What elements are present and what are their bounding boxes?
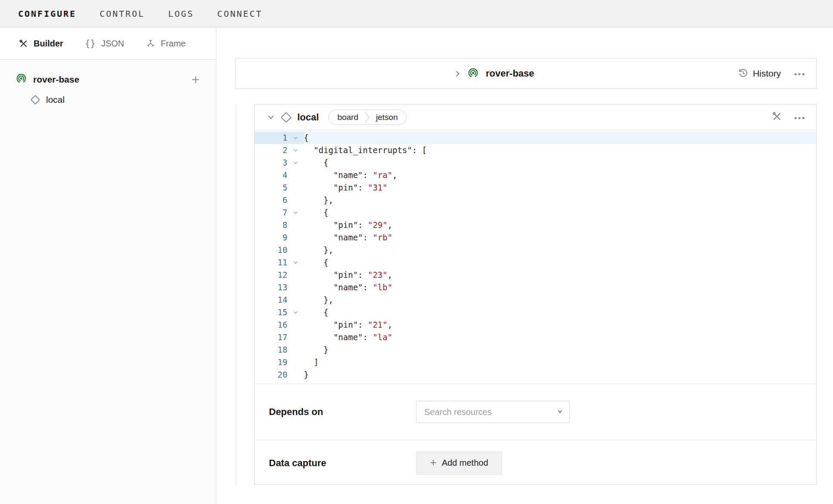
code-line-text: } [304,344,816,356]
fold-spacer [287,331,304,344]
frame-icon [146,39,155,48]
line-number: 11 [255,256,287,269]
search-resources-input[interactable] [424,407,554,417]
code-line-text: { [304,306,816,319]
tab-configure[interactable]: CONFIGURE [18,9,76,19]
tab-connect[interactable]: CONNECT [217,9,262,19]
editor-line[interactable]: 10 }, [255,244,816,256]
code-line-text: "pin": "29", [304,219,816,231]
machine-header-card: rover-base History [235,58,817,89]
history-label: History [753,68,781,79]
code-line-text: "digital_interrupts": [ [304,144,816,157]
editor-line[interactable]: 9 "name": "rb" [255,231,816,244]
chevron-down-icon[interactable] [268,114,274,119]
line-number: 20 [255,369,287,381]
line-number: 15 [255,306,287,319]
depends-on-select[interactable] [416,401,570,423]
add-method-button[interactable]: + Add method [416,452,502,475]
code-line-text: } [304,369,816,381]
resource-sidebar: rover-base + local [0,60,216,504]
history-button[interactable]: History [737,68,781,80]
fold-spacer [287,281,304,294]
editor-line[interactable]: 20} [255,369,816,381]
editor-line[interactable]: 8 "pin": "29", [255,219,816,231]
code-line-text: { [304,256,816,269]
editor-line[interactable]: 17 "name": "la" [255,331,816,344]
line-number: 2 [255,144,287,157]
fold-chevron-icon[interactable] [287,144,304,157]
machine-card-menu-icon[interactable] [794,70,805,77]
code-line-text: { [304,206,816,219]
add-resource-button[interactable]: + [191,75,200,84]
code-line-text: }, [304,244,816,256]
code-line-text: "name": "rb" [304,231,816,244]
tab-logs[interactable]: LOGS [168,9,194,19]
line-number: 14 [255,294,287,306]
fold-spacer [287,269,304,281]
sidebar-machine-name: rover-base [33,74,185,85]
line-number: 17 [255,331,287,344]
editor-line[interactable]: 16 "pin": "21", [255,319,816,331]
tab-control[interactable]: CONTROL [99,9,145,19]
chevron-right-icon[interactable] [454,71,460,77]
fold-chevron-icon[interactable] [287,157,304,169]
mode-json[interactable]: {} JSON [85,38,124,49]
line-number: 9 [255,231,287,244]
tools-icon [19,39,28,48]
mode-builder[interactable]: Builder [19,39,63,49]
mode-json-label: JSON [101,39,124,49]
fold-chevron-icon[interactable] [287,206,304,219]
editor-line[interactable]: 11 { [255,256,816,269]
code-line-text: "name": "la" [304,331,816,344]
editor-line[interactable]: 19 ] [255,356,816,369]
main-content: rover-base History [216,28,833,504]
code-line-text: "name": "ra", [304,169,816,181]
sidebar-item-label: local [46,95,65,105]
code-line-text: { [304,157,816,169]
line-number: 10 [255,244,287,256]
mode-frame[interactable]: Frame [146,39,186,49]
code-line-text: }, [304,194,816,206]
config-mode-toolbar: Builder {} JSON Frame [0,28,216,60]
mode-builder-label: Builder [34,39,63,49]
editor-line[interactable]: 15 { [255,306,816,319]
code-editor[interactable]: 1{2 "digital_interrupts": [3 {4 "name": … [255,130,816,384]
tools-icon[interactable] [772,111,782,123]
editor-line[interactable]: 2 "digital_interrupts": [ [255,144,816,157]
fold-chevron-icon[interactable] [287,306,304,319]
line-number: 12 [255,269,287,281]
machine-icon [467,67,479,80]
app-window: CONFIGURE CONTROL LOGS CONNECT Builder [0,0,833,504]
editor-line[interactable]: 3 { [255,157,816,169]
code-line-text: "name": "lb" [304,281,816,294]
editor-line[interactable]: 14 }, [255,294,816,306]
code-line-text: { [304,132,816,144]
sidebar-machine-row[interactable]: rover-base + [0,73,216,86]
editor-line[interactable]: 12 "pin": "23", [255,269,816,281]
line-number: 8 [255,219,287,231]
fold-spacer [287,169,304,181]
badge-separator [365,112,370,123]
editor-line[interactable]: 5 "pin": "31" [255,181,816,194]
fold-spacer [287,219,304,231]
editor-line[interactable]: 13 "name": "lb" [255,281,816,294]
top-nav: CONFIGURE CONTROL LOGS CONNECT [0,0,833,28]
resource-card-menu-icon[interactable] [794,114,805,121]
sidebar-item-local[interactable]: local [0,86,216,105]
badge-model: jetson [376,113,398,122]
fold-spacer [287,181,304,194]
editor-line[interactable]: 1{ [255,132,816,144]
line-number: 1 [255,132,287,144]
editor-line[interactable]: 18 } [255,344,816,356]
code-line-text: "pin": "21", [304,319,816,331]
component-diamond-icon [281,112,291,123]
fold-chevron-icon[interactable] [287,132,304,144]
fold-spacer [287,356,304,369]
data-capture-label: Data capture [269,458,416,469]
fold-spacer [287,231,304,244]
editor-line[interactable]: 7 { [255,206,816,219]
editor-line[interactable]: 6 }, [255,194,816,206]
fold-chevron-icon[interactable] [287,256,304,269]
editor-line[interactable]: 4 "name": "ra", [255,169,816,181]
line-number: 18 [255,344,287,356]
